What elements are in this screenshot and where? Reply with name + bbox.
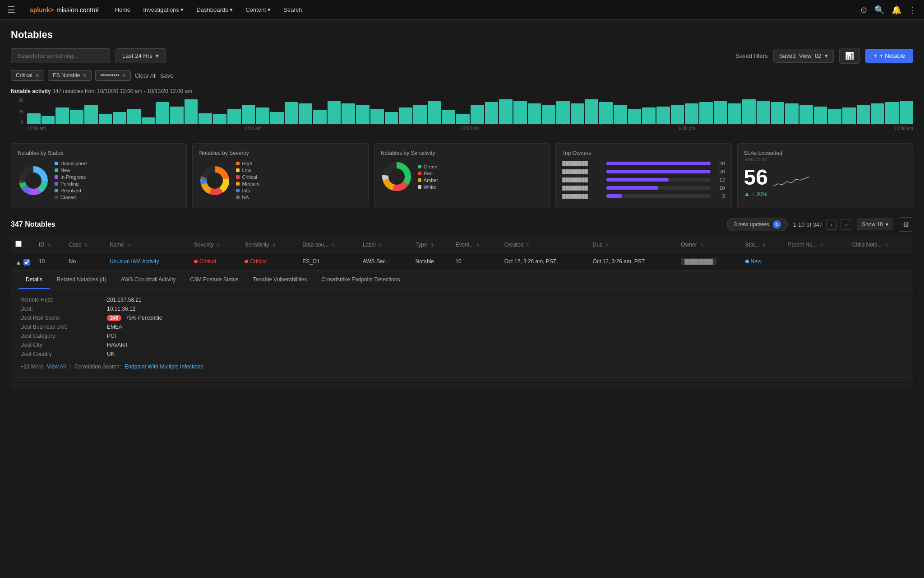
notifications-icon[interactable]: 🔔 (892, 5, 901, 15)
chart-bar (871, 103, 884, 124)
chart-bar (485, 102, 499, 124)
remote-host-label: Remote Host: (20, 297, 102, 303)
chart-bar (170, 107, 184, 124)
col-case[interactable]: Case ⇅ (65, 237, 105, 252)
table-settings-button[interactable]: ⚙ (899, 217, 913, 232)
nav-search[interactable]: Search (278, 4, 307, 16)
expanded-detail-cell: Details Related Notables (4) AWS Cloudtr… (11, 270, 913, 387)
more-icon[interactable]: ⋮ (909, 5, 917, 15)
chart-bar (628, 109, 642, 124)
stat-panel-by-sensitivity: Notables by Sensitivity Green Red Amber … (374, 143, 550, 208)
row-checkbox[interactable] (23, 259, 30, 266)
hamburger-icon[interactable]: ☰ (7, 5, 15, 15)
filter-tag-es-notable-remove[interactable]: ✕ (83, 73, 87, 79)
nav-investigations[interactable]: Investigations ▾ (138, 4, 189, 16)
next-page-button[interactable]: › (841, 219, 851, 230)
table-body: ▲ 10 No Unusual IAM Activity Critical Cr… (11, 252, 913, 387)
prev-page-button[interactable]: ‹ (826, 219, 837, 230)
search-icon[interactable]: 🔍 (874, 5, 884, 15)
nav-content[interactable]: Content ▾ (240, 4, 276, 16)
add-notable-button[interactable]: + + Notable (865, 49, 913, 63)
tab-crowdstrike[interactable]: Crowdstrike Endpoint Detections (314, 271, 407, 289)
row-name[interactable]: Unusual IAM Activity (105, 252, 189, 271)
stat-panel-by-severity-title: Notables by Severity (199, 150, 361, 156)
col-due[interactable]: Due ⇅ (588, 237, 677, 252)
triangle-up-icon: ▲ (744, 190, 750, 197)
filter-tag-es-notable-label: ES Notable (53, 72, 80, 79)
chart-bar (113, 112, 126, 124)
col-name[interactable]: Name ⇅ (105, 237, 189, 252)
col-status[interactable]: Stat... ⇅ (741, 237, 784, 252)
add-notable-label: + Notable (880, 52, 905, 59)
filter-tag-extra-remove[interactable]: ✕ (122, 73, 126, 79)
page-title: Notables (11, 29, 913, 41)
saved-filters-label: Saved filters (735, 52, 768, 59)
filter-tag-critical[interactable]: Critical ✕ (11, 70, 44, 81)
chart-bar (356, 105, 370, 124)
slas-title: SLAs Exceeded (744, 150, 906, 156)
sort-name-icon: ⇅ (127, 242, 130, 247)
col-sensitivity[interactable]: Sensitivity ⇅ (240, 237, 298, 252)
row-expand-cell[interactable]: ▲ (11, 252, 34, 270)
time-picker[interactable]: Last 24 Hrs ▾ (116, 48, 166, 63)
col-label[interactable]: Label ⇅ (358, 237, 411, 252)
chart-bar (428, 101, 441, 124)
saved-view-select[interactable]: Saved_View_02 ▾ (773, 49, 834, 63)
col-id[interactable]: ID ⇅ (34, 237, 65, 252)
col-child-notable[interactable]: Child Nota... ⇅ (848, 237, 913, 252)
stat-panel-slas: SLAs Exceeded Total Count 56 ▲ + 20% (737, 143, 913, 208)
chart-bar (857, 105, 870, 124)
donut-svg-sensitivity (381, 161, 412, 192)
clear-all-button[interactable]: Clear All (134, 72, 156, 79)
row-case: No (65, 252, 105, 271)
detail-tabs: Details Related Notables (4) AWS Cloudtr… (11, 271, 913, 289)
col-datasource[interactable]: Data sou... ⇅ (298, 237, 358, 252)
tab-c3m-posture[interactable]: C3M Posture Status (183, 271, 245, 289)
logo-mc: mission control (56, 6, 98, 14)
save-filters-button[interactable]: Save (160, 72, 174, 79)
col-parent-notable[interactable]: Parent No... ⇅ (784, 237, 848, 252)
sensitivity-legend: Green Red Amber White (418, 164, 438, 190)
chart-bar (714, 101, 727, 124)
chart-bar (499, 99, 513, 124)
slas-value: 56 (744, 167, 768, 188)
col-events[interactable]: Event... ⇅ (451, 237, 499, 252)
row-owner: ████████ (676, 252, 740, 271)
table-header-row: ID ⇅ Case ⇅ Name ⇅ Severity ⇅ Sensitivit… (11, 237, 913, 252)
row-expand-button[interactable]: ▲ (15, 259, 22, 266)
col-type[interactable]: Type ⇅ (411, 237, 451, 252)
tab-related-notables[interactable]: Related Notables (4) (50, 271, 114, 289)
nav-home[interactable]: Home (110, 4, 136, 16)
nav-dashboards[interactable]: Dashboards ▾ (191, 4, 238, 16)
business-unit-value: EMEA (107, 324, 904, 330)
select-all-col[interactable] (11, 237, 34, 252)
col-owner[interactable]: Owner ⇅ (676, 237, 740, 252)
legend-in-progress: In Progress (55, 174, 87, 180)
dest-city-value: HAVANT (107, 342, 904, 348)
new-updates-badge[interactable]: 3 new updates ↻ (727, 218, 787, 231)
filter-tag-extra[interactable]: •••••••••• ✕ (95, 70, 131, 81)
show-count-select[interactable]: Show 10 ▾ (857, 219, 893, 230)
filter-tag-es-notable[interactable]: ES Notable ✕ (48, 70, 92, 81)
col-severity[interactable]: Severity ⇅ (189, 237, 240, 252)
table-header: 347 Notables 3 new updates ↻ 1-10 of 347… (11, 217, 913, 232)
col-created[interactable]: Created ⇅ (500, 237, 588, 252)
tab-details[interactable]: Details (18, 271, 50, 289)
sort-owner-icon: ⇅ (700, 242, 703, 247)
chart-bars (11, 98, 913, 125)
chart-bar (885, 102, 899, 124)
owner-row-2: ████████ 20 (562, 169, 725, 174)
select-all-checkbox[interactable] (15, 241, 22, 247)
search-input[interactable] (11, 48, 110, 63)
nav-actions: ⊙ 🔍 🔔 ⋮ (860, 5, 917, 15)
owner-row-4: ████████ 10 (562, 185, 725, 191)
media-icon[interactable]: ⊙ (860, 5, 867, 15)
filter-tag-critical-remove[interactable]: ✕ (35, 73, 39, 79)
chart-view-button[interactable]: 📊 (839, 48, 860, 64)
view-all-link[interactable]: View All (47, 364, 66, 370)
tab-aws-cloudtrail[interactable]: AWS Cloudtrail Activity (114, 271, 183, 289)
corr-search-link[interactable]: Endpoint With Multiple Infections (125, 364, 203, 370)
chart-bar (199, 113, 212, 124)
owner-row-5: ████████ 3 (562, 193, 725, 199)
tab-tenable[interactable]: Tenable Vulnerabilities (246, 271, 314, 289)
